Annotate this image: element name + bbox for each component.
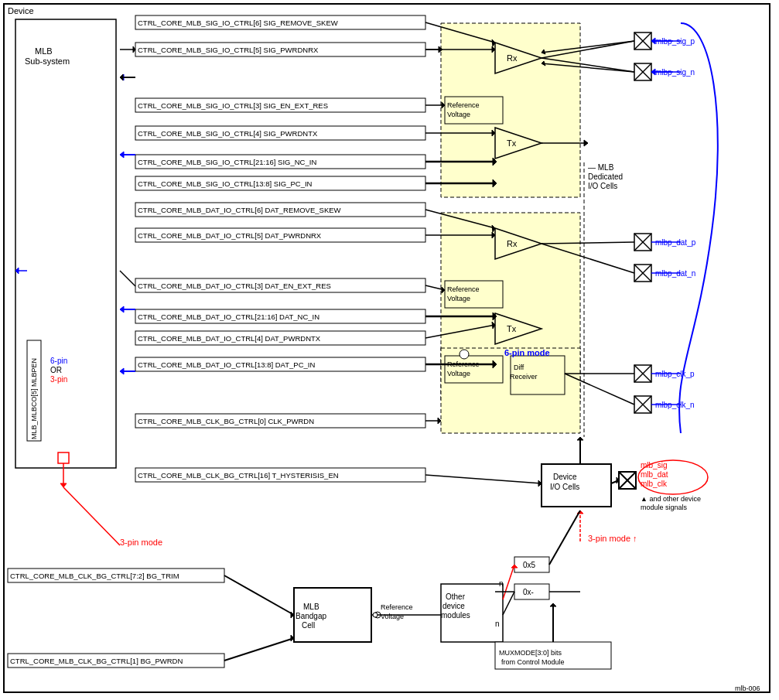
device-io-label2: I/O Cells — [550, 483, 579, 491]
device-label: Device — [8, 6, 34, 15]
sig-pwrdnrx: CTRL_CORE_MLB_SIG_IO_CTRL[5] SIG_PWRDNRX — [138, 46, 319, 54]
dat-pc-in: CTRL_CORE_MLB_DAT_IO_CTRL[13:8] DAT_PC_I… — [138, 360, 315, 369]
mlb-subsystem-label: MLB — [35, 46, 53, 56]
or-label: OR — [50, 366, 62, 374]
other-device-label: ▲ and other device — [641, 495, 701, 503]
sig-pc-in: CTRL_CORE_MLB_SIG_IO_CTRL[13:8] SIG_PC_I… — [138, 179, 313, 188]
ref-voltage-clk-label2: Voltage — [447, 370, 470, 377]
mlb-sig-label: mlb_sig — [641, 461, 667, 470]
svg-point-16 — [460, 350, 469, 359]
muxmode-label2: from Control Module — [501, 658, 565, 666]
ref-voltage-dat-label2: Voltage — [447, 295, 470, 302]
dat-pwrdnrx: CTRL_CORE_MLB_DAT_IO_CTRL[5] DAT_PWRDNRX — [138, 231, 322, 240]
ref-voltage-bandgap: Reference — [381, 603, 413, 611]
ox5-label: 0x5 — [523, 561, 536, 569]
sixpin-label: 6-pin — [50, 357, 67, 365]
other-device-modules-label: Other — [446, 592, 466, 601]
t-hysterisis-en: CTRL_CORE_MLB_CLK_BG_CTRL[16] T_HYSTERIS… — [138, 471, 339, 480]
mlb-subsystem-sublabel: Sub-system — [25, 56, 70, 66]
dat-pwrdntx: CTRL_CORE_MLB_DAT_IO_CTRL[4] DAT_PWRDNTX — [138, 334, 321, 343]
n-label2: n — [499, 579, 504, 588]
circuit-diagram: Device MLB Sub-system MLB_MLBCO[5] MLBPE… — [0, 0, 779, 700]
muxmode-label: MUXMODE[3:0] bits — [499, 649, 562, 657]
rx-dat-label: Rx — [507, 239, 518, 248]
clk-pwrdn: CTRL_CORE_MLB_CLK_BG_CTRL[0] CLK_PWRDN — [138, 417, 314, 425]
diff-receiver-label2: Receiver — [510, 373, 538, 381]
sig-nc-in: CTRL_CORE_MLB_SIG_IO_CTRL[21:16] SIG_NC_… — [138, 158, 316, 166]
bandgap-label2: Bandgap — [296, 612, 326, 620]
bg-pwrdn: CTRL_CORE_MLB_CLK_BG_CTRL[1] BG_PWRDN — [10, 657, 183, 665]
sig-en-ext-res: CTRL_CORE_MLB_SIG_IO_CTRL[3] SIG_EN_EXT_… — [138, 101, 328, 110]
dat-remove-skew: CTRL_CORE_MLB_DAT_IO_CTRL[6] DAT_REMOVE_… — [138, 206, 341, 214]
svg-rect-3 — [58, 452, 69, 463]
diagram-id: mlb-006 — [735, 685, 760, 692]
ref-voltage-bandgap2: Voltage — [381, 613, 404, 620]
mlbco-label: MLB_MLBCO[5] MLBPEN — [30, 358, 38, 439]
sig-pwrdntx: CTRL_CORE_MLB_SIG_IO_CTRL[4] SIG_PWRDNTX — [138, 129, 318, 138]
device-io-label: Device — [553, 473, 577, 481]
mlb-dat-label: mlb_dat — [641, 470, 668, 479]
other-device-modules-label3: modules — [441, 611, 470, 620]
ref-voltage-sig-label: Reference — [447, 101, 480, 109]
other-device-modules-label2: device — [442, 602, 465, 610]
dat-nc-in: CTRL_CORE_MLB_DAT_IO_CTRL[21:16] DAT_NC_… — [138, 312, 319, 321]
ox-dash-label: 0x- — [523, 588, 534, 596]
tx-dat-label: Tx — [507, 324, 517, 333]
sixpin-mode-label: 6-pin mode — [504, 348, 550, 357]
threepin-mode-label2: 3-pin mode ↑ — [588, 534, 637, 543]
other-device-label2: module signals — [641, 504, 688, 511]
mlb-dedicated-label: — MLB — [588, 163, 614, 172]
mlb-dedicated-label2: Dedicated — [588, 172, 623, 181]
dat-en-ext-res: CTRL_CORE_MLB_DAT_IO_CTRL[3] DAT_EN_EXT_… — [138, 282, 331, 290]
ref-voltage-sig-label2: Voltage — [447, 111, 470, 118]
bandgap-label3: Cell — [302, 621, 315, 630]
bandgap-label: MLB — [303, 603, 319, 611]
mlb-dedicated-label3: I/O Cells — [588, 182, 617, 190]
sig-remove-skew: CTRL_CORE_MLB_SIG_IO_CTRL[6] SIG_REMOVE_… — [138, 19, 338, 27]
bg-trim: CTRL_CORE_MLB_CLK_BG_CTRL[7:2] BG_TRIM — [10, 572, 179, 580]
diff-receiver-label: Diff — [514, 364, 524, 371]
n-label: n — [495, 620, 500, 628]
tx-sig-label: Tx — [507, 138, 517, 148]
rx-sig-label: Rx — [507, 53, 518, 63]
threepin-label: 3-pin — [50, 375, 67, 384]
svg-point-145 — [373, 613, 378, 617]
diagram-canvas: Device MLB Sub-system MLB_MLBCO[5] MLBPE… — [0, 0, 779, 700]
ref-voltage-dat-label: Reference — [447, 285, 480, 293]
threepin-mode-label: 3-pin mode — [120, 538, 162, 547]
